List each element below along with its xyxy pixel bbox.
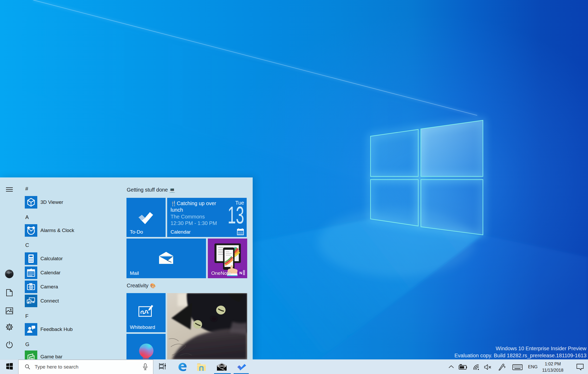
svg-text:N: N (239, 271, 242, 275)
